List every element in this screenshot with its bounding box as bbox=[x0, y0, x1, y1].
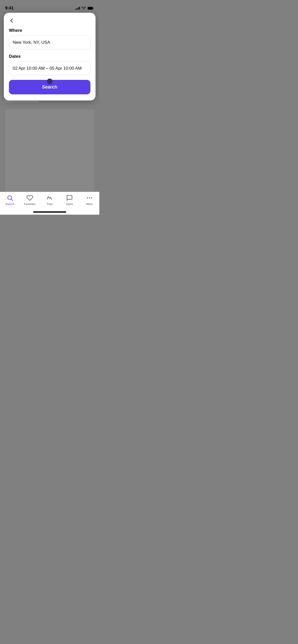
svg-rect-1 bbox=[88, 7, 93, 9]
dates-label: Dates bbox=[9, 54, 90, 59]
tab-search-label: Search bbox=[6, 202, 15, 206]
signal-icon bbox=[75, 7, 80, 10]
svg-point-6 bbox=[91, 198, 92, 198]
search-dot bbox=[47, 79, 52, 84]
search-modal: Where Dates Search bbox=[4, 13, 96, 100]
dates-input[interactable] bbox=[9, 62, 90, 75]
tab-trips[interactable]: Trips bbox=[40, 195, 60, 206]
tab-search[interactable]: Search bbox=[0, 195, 20, 206]
tab-more[interactable]: More bbox=[79, 195, 99, 206]
back-button[interactable] bbox=[9, 18, 15, 23]
svg-point-4 bbox=[87, 198, 88, 198]
tab-more-label: More bbox=[86, 202, 92, 206]
search-button-label: Search bbox=[42, 84, 57, 90]
battery-icon bbox=[87, 7, 94, 10]
home-indicator bbox=[33, 211, 66, 213]
tab-inbox[interactable]: Inbox bbox=[60, 195, 79, 206]
wifi-icon bbox=[82, 7, 86, 10]
where-label: Where bbox=[9, 28, 90, 33]
search-button[interactable]: Search bbox=[9, 80, 90, 94]
where-input[interactable] bbox=[9, 36, 90, 49]
status-bar: 9:41 bbox=[0, 0, 99, 13]
tab-favorites-label: Favorites bbox=[24, 202, 35, 206]
tab-trips-label: Trips bbox=[47, 202, 53, 206]
tab-favorites[interactable]: Favorites bbox=[20, 195, 40, 206]
svg-line-3 bbox=[11, 199, 13, 201]
tab-inbox-label: Inbox bbox=[66, 202, 73, 206]
svg-point-5 bbox=[89, 198, 90, 198]
status-icons bbox=[75, 7, 94, 10]
status-time: 9:41 bbox=[5, 6, 14, 11]
